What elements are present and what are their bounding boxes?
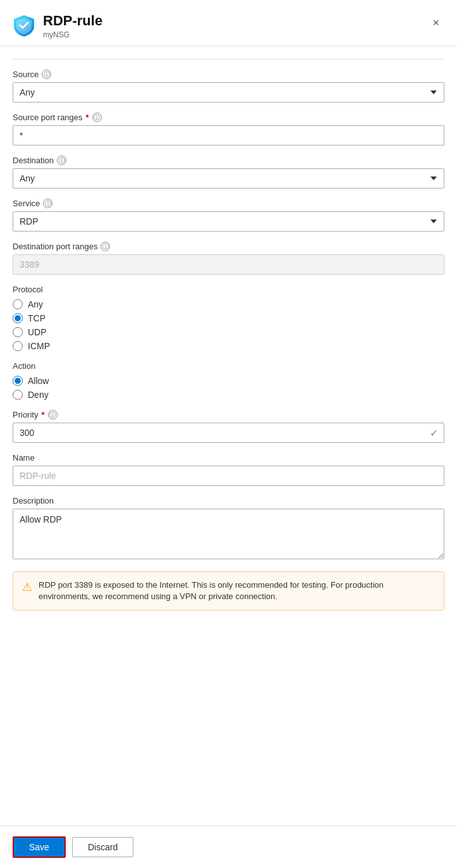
name-label: Name xyxy=(13,453,444,462)
service-select-wrapper: RDP SSH HTTP HTTPS Custom xyxy=(13,211,444,232)
panel-title: RDP-rule xyxy=(43,13,102,29)
service-label: Service ⓘ xyxy=(13,199,444,208)
dest-port-ranges-input xyxy=(13,254,444,275)
priority-info-icon[interactable]: ⓘ xyxy=(48,410,58,419)
source-group: Source ⓘ Any IP Addresses Service Tag My… xyxy=(13,70,444,102)
source-port-ranges-input[interactable] xyxy=(13,125,444,146)
header-left: RDP-rule myNSG xyxy=(13,13,102,39)
panel-footer: Save Discard xyxy=(0,826,457,868)
action-allow-item: Allow xyxy=(13,376,444,386)
protocol-tcp-radio[interactable] xyxy=(13,313,23,323)
action-allow-label[interactable]: Allow xyxy=(28,376,49,386)
source-port-ranges-label: Source port ranges * ⓘ xyxy=(13,113,444,122)
protocol-any-item: Any xyxy=(13,299,444,309)
protocol-any-label[interactable]: Any xyxy=(28,299,43,309)
priority-check-icon: ✓ xyxy=(430,427,438,439)
divider xyxy=(13,59,444,59)
protocol-udp-radio[interactable] xyxy=(13,327,23,337)
destination-select[interactable]: Any IP Addresses Service Tag Application… xyxy=(13,168,444,189)
action-label: Action xyxy=(13,361,444,371)
panel-subtitle: myNSG xyxy=(43,30,102,39)
panel-header: RDP-rule myNSG × xyxy=(0,0,457,46)
name-group: Name xyxy=(13,453,444,486)
protocol-udp-item: UDP xyxy=(13,327,444,337)
action-allow-radio[interactable] xyxy=(13,376,23,386)
action-deny-item: Deny xyxy=(13,390,444,400)
close-button[interactable]: × xyxy=(427,14,444,32)
panel-body: Source ⓘ Any IP Addresses Service Tag My… xyxy=(0,46,457,826)
dest-port-info-icon[interactable]: ⓘ xyxy=(101,242,110,251)
warning-icon: ⚠ xyxy=(22,580,32,594)
priority-label: Priority * ⓘ xyxy=(13,410,444,419)
source-port-ranges-group: Source port ranges * ⓘ xyxy=(13,113,444,146)
action-deny-radio[interactable] xyxy=(13,390,23,400)
service-info-icon[interactable]: ⓘ xyxy=(43,199,52,208)
action-deny-label[interactable]: Deny xyxy=(28,390,49,400)
discard-button[interactable]: Discard xyxy=(72,837,133,857)
protocol-tcp-label[interactable]: TCP xyxy=(28,313,46,323)
protocol-radio-group: Any TCP UDP ICMP xyxy=(13,299,444,351)
source-label: Source ⓘ xyxy=(13,70,444,79)
action-group: Action Allow Deny xyxy=(13,361,444,400)
description-label: Description xyxy=(13,496,444,505)
source-select[interactable]: Any IP Addresses Service Tag My IP addre… xyxy=(13,82,444,102)
destination-label: Destination ⓘ xyxy=(13,156,444,165)
dest-port-ranges-group: Destination port ranges ⓘ xyxy=(13,242,444,275)
save-button[interactable]: Save xyxy=(13,836,66,858)
dest-port-ranges-label: Destination port ranges ⓘ xyxy=(13,242,444,251)
protocol-tcp-item: TCP xyxy=(13,313,444,323)
description-textarea[interactable]: Allow RDP xyxy=(13,509,444,559)
rdp-rule-panel: RDP-rule myNSG × Source ⓘ Any IP Address… xyxy=(0,0,457,868)
source-port-info-icon[interactable]: ⓘ xyxy=(92,113,102,122)
priority-input[interactable] xyxy=(13,423,444,443)
protocol-icmp-item: ICMP xyxy=(13,341,444,351)
action-radio-group: Allow Deny xyxy=(13,376,444,400)
service-group: Service ⓘ RDP SSH HTTP HTTPS Custom xyxy=(13,199,444,232)
destination-info-icon[interactable]: ⓘ xyxy=(57,156,66,165)
destination-group: Destination ⓘ Any IP Addresses Service T… xyxy=(13,156,444,189)
required-indicator: * xyxy=(86,113,89,122)
protocol-udp-label[interactable]: UDP xyxy=(28,327,47,337)
warning-text: RDP port 3389 is exposed to the Internet… xyxy=(39,580,435,602)
service-select[interactable]: RDP SSH HTTP HTTPS Custom xyxy=(13,211,444,232)
header-title-group: RDP-rule myNSG xyxy=(43,13,102,39)
source-select-wrapper: Any IP Addresses Service Tag My IP addre… xyxy=(13,82,444,102)
warning-box: ⚠ RDP port 3389 is exposed to the Intern… xyxy=(13,571,444,611)
destination-select-wrapper: Any IP Addresses Service Tag Application… xyxy=(13,168,444,189)
priority-group: Priority * ⓘ ✓ xyxy=(13,410,444,443)
azure-shield-icon xyxy=(13,14,35,39)
name-input[interactable] xyxy=(13,466,444,486)
source-info-icon[interactable]: ⓘ xyxy=(42,70,51,79)
protocol-icmp-label[interactable]: ICMP xyxy=(28,341,50,351)
priority-required-indicator: * xyxy=(41,410,44,419)
priority-wrapper: ✓ xyxy=(13,423,444,443)
description-group: Description Allow RDP xyxy=(13,496,444,561)
protocol-group: Protocol Any TCP UDP ICMP xyxy=(13,285,444,351)
protocol-any-radio[interactable] xyxy=(13,299,23,309)
protocol-icmp-radio[interactable] xyxy=(13,341,23,351)
protocol-label: Protocol xyxy=(13,285,444,294)
